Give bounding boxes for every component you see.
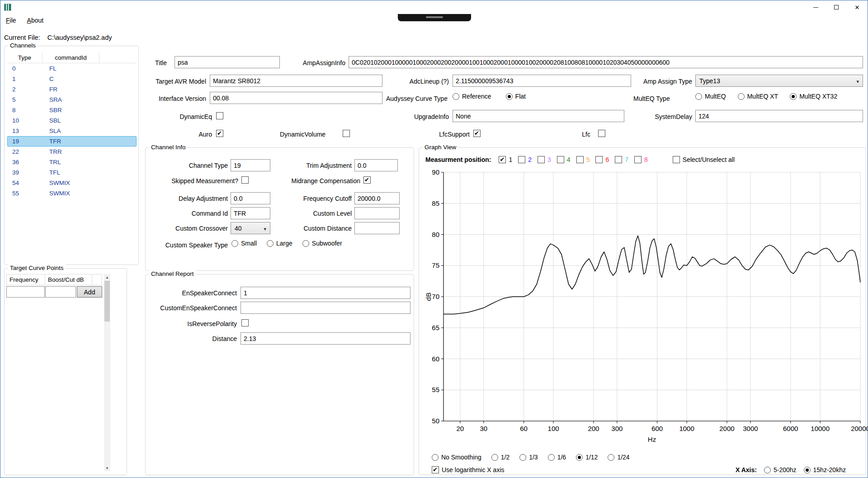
speaker-type-small-option[interactable]: Small: [231, 240, 257, 247]
channel-row[interactable]: 39TFL: [7, 167, 137, 178]
amp-assign-type-select[interactable]: Type13: [695, 75, 863, 87]
channel-row[interactable]: 55SWMIX: [7, 188, 137, 199]
smoothing-option[interactable]: 1/6: [548, 454, 566, 461]
skipped-measurement-checkbox[interactable]: [241, 176, 249, 184]
checkbox-icon[interactable]: [518, 156, 525, 163]
menu-about[interactable]: About: [24, 15, 47, 26]
maximize-button[interactable]: [826, 0, 847, 14]
x-axis-option[interactable]: 5-200hz: [764, 466, 797, 473]
measurement-position-option[interactable]: 2: [518, 156, 532, 163]
x-axis-option[interactable]: 15hz-20khz: [804, 466, 846, 473]
speaker-type-subwoofer-option[interactable]: Subwoofer: [302, 240, 342, 247]
radio-icon[interactable]: [804, 467, 811, 473]
smoothing-option[interactable]: 1/3: [519, 454, 538, 461]
target-curve-column-boostcut[interactable]: Boost/Cut dB: [45, 274, 92, 285]
radio-icon[interactable]: [231, 240, 238, 247]
radio-icon[interactable]: [506, 93, 513, 100]
radio-icon[interactable]: [548, 454, 555, 461]
customenspeakerconnect-input[interactable]: [241, 302, 410, 314]
radio-icon[interactable]: [491, 454, 498, 461]
measurement-position-option[interactable]: 4: [557, 156, 571, 163]
add-button[interactable]: Add: [77, 286, 102, 298]
isreversepolarity-checkbox[interactable]: [241, 319, 249, 327]
target-curve-boostcut-input[interactable]: [45, 286, 76, 298]
close-button[interactable]: ✕: [847, 0, 868, 14]
select-unselect-all-option[interactable]: Select/Unselect all: [673, 156, 735, 163]
frequency-cutoff-input[interactable]: [354, 192, 400, 204]
interface-version-input[interactable]: [210, 92, 382, 104]
channel-row[interactable]: 10SBL: [7, 115, 137, 126]
smoothing-option[interactable]: 1/2: [491, 454, 509, 461]
measurement-position-option[interactable]: 7: [615, 156, 628, 163]
distance-input[interactable]: [241, 332, 410, 345]
radio-icon[interactable]: [576, 454, 583, 461]
upgradeinfo-input[interactable]: [453, 110, 624, 122]
measurement-position-option[interactable]: 5: [576, 156, 590, 163]
channels-column-type[interactable]: Type: [7, 52, 42, 63]
measurement-position-option[interactable]: 6: [595, 156, 609, 163]
dynamiceq-checkbox[interactable]: [216, 112, 223, 119]
checkbox-icon[interactable]: [634, 156, 642, 163]
use-log-x-checkbox[interactable]: [432, 466, 439, 473]
channel-row[interactable]: 0FL: [7, 63, 137, 74]
multeq-xt-option[interactable]: MultEQ XT: [738, 93, 778, 100]
radio-icon[interactable]: [432, 454, 439, 461]
radio-icon[interactable]: [790, 93, 797, 100]
measurement-position-option[interactable]: 8: [634, 156, 648, 163]
checkbox-icon[interactable]: [595, 156, 603, 163]
checkbox-icon[interactable]: [538, 156, 545, 163]
radio-icon[interactable]: [608, 454, 614, 461]
menu-file[interactable]: File: [3, 15, 19, 26]
adclineup-input[interactable]: [453, 75, 631, 87]
measurement-position-option[interactable]: 1: [499, 156, 512, 163]
ampassigninfo-input[interactable]: [349, 56, 863, 68]
measurement-position-option[interactable]: 3: [538, 156, 551, 163]
smoothing-option[interactable]: 1/24: [608, 454, 629, 461]
checkbox-icon[interactable]: [673, 156, 680, 163]
checkbox-icon[interactable]: [499, 156, 506, 163]
smoothing-option[interactable]: 1/12: [576, 454, 598, 461]
radio-icon[interactable]: [764, 467, 771, 473]
channel-row[interactable]: 13SLA: [7, 126, 137, 136]
scrollbar-thumb[interactable]: [104, 281, 110, 322]
title-input[interactable]: [175, 56, 280, 68]
speaker-type-large-option[interactable]: Large: [267, 240, 292, 247]
radio-icon[interactable]: [738, 93, 745, 100]
target-curve-frequency-input[interactable]: [6, 286, 45, 298]
multeq-xt32-option[interactable]: MultEQ XT32: [790, 93, 837, 100]
multeq-option[interactable]: MultEQ: [695, 93, 726, 100]
midrange-compensation-checkbox[interactable]: [363, 176, 371, 184]
use-log-x-option[interactable]: Use logarithmic X axis: [432, 466, 505, 473]
target-curve-column-frequency[interactable]: Frequency: [7, 274, 45, 285]
enspeakerconnect-input[interactable]: [241, 287, 410, 299]
channel-row[interactable]: 8SBR: [7, 105, 137, 115]
auro-checkbox[interactable]: [216, 130, 223, 137]
radio-icon[interactable]: [453, 93, 459, 100]
channels-column-commandid[interactable]: commandId: [42, 52, 99, 63]
channel-row[interactable]: 1C: [7, 74, 137, 84]
lfcsupport-checkbox[interactable]: [473, 130, 481, 137]
radio-icon[interactable]: [519, 454, 526, 461]
checkbox-icon[interactable]: [557, 156, 564, 163]
minimize-button[interactable]: [805, 0, 826, 14]
radio-icon[interactable]: [267, 240, 274, 247]
channel-row[interactable]: 19TFR: [7, 136, 137, 147]
radio-icon[interactable]: [695, 93, 702, 100]
channel-row[interactable]: 22TRR: [7, 147, 137, 157]
dynamicvolume-checkbox[interactable]: [343, 130, 350, 137]
lfc-checkbox[interactable]: [598, 130, 605, 137]
scroll-up-icon[interactable]: [104, 274, 110, 280]
channel-row[interactable]: 2FR: [7, 84, 137, 95]
custom-distance-input[interactable]: [354, 222, 400, 234]
checkbox-icon[interactable]: [576, 156, 584, 163]
channel-row[interactable]: 36TRL: [7, 157, 137, 167]
scroll-down-icon[interactable]: [104, 465, 110, 471]
channel-row[interactable]: 54SWMIX: [7, 178, 137, 188]
systemdelay-input[interactable]: [695, 110, 863, 122]
custom-level-input[interactable]: [354, 207, 400, 219]
audyssey-curve-option-reference[interactable]: Reference: [453, 93, 491, 100]
radio-icon[interactable]: [302, 240, 309, 247]
scrollbar[interactable]: [104, 274, 110, 471]
target-avr-model-input[interactable]: [210, 75, 382, 87]
smoothing-option[interactable]: No Smoothing: [432, 454, 481, 461]
